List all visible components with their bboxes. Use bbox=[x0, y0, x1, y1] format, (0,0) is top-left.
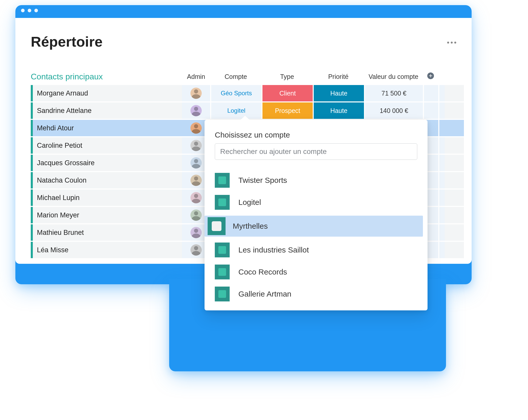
option-label: Les industries Saillot bbox=[238, 246, 309, 254]
type-pill: Client bbox=[262, 85, 313, 101]
window-controls bbox=[21, 9, 38, 12]
account-selector-popover: Choisissez un compte Twister SportsLogit… bbox=[205, 120, 428, 310]
admin-cell[interactable] bbox=[182, 85, 210, 101]
contact-name[interactable]: Mehdi Atour bbox=[33, 120, 182, 136]
option-label: Myrthelles bbox=[233, 222, 268, 230]
account-option[interactable]: Gallerie Artman bbox=[215, 285, 417, 303]
row-accent-bar bbox=[31, 190, 33, 206]
avatar bbox=[190, 105, 202, 116]
row-end bbox=[438, 120, 445, 136]
extra-cell bbox=[423, 102, 438, 119]
row-end bbox=[438, 224, 445, 241]
window-dot bbox=[21, 9, 25, 12]
priority-cell[interactable]: Haute bbox=[313, 85, 364, 101]
header-valeur[interactable]: Valeur du compte bbox=[364, 73, 423, 80]
header-compte[interactable]: Compte bbox=[210, 73, 261, 80]
header-prio[interactable]: Priorité bbox=[313, 73, 364, 80]
contact-name[interactable]: Jacques Grossaire bbox=[33, 155, 182, 171]
add-column-icon[interactable] bbox=[427, 72, 434, 79]
row-end bbox=[438, 137, 445, 154]
contact-name[interactable]: Sandrine Attelane bbox=[33, 102, 182, 119]
row-accent-bar bbox=[31, 102, 33, 119]
contact-name[interactable]: Mathieu Brunet bbox=[33, 224, 182, 241]
row-accent-bar bbox=[31, 224, 33, 241]
checkbox-inner bbox=[218, 198, 226, 206]
column-headers: Contacts principaux Admin Compte Type Pr… bbox=[31, 69, 464, 84]
header-type[interactable]: Type bbox=[261, 73, 313, 80]
option-label: Logitel bbox=[238, 198, 261, 207]
type-cell[interactable]: Prospect bbox=[261, 102, 313, 119]
avatar bbox=[190, 244, 202, 256]
account-option[interactable]: Les industries Saillot bbox=[215, 241, 417, 259]
type-cell[interactable]: Client bbox=[261, 85, 313, 101]
option-checkbox[interactable] bbox=[208, 217, 226, 235]
account-search-input[interactable] bbox=[215, 143, 417, 160]
row-end bbox=[438, 190, 445, 206]
row-accent-bar bbox=[31, 120, 33, 136]
contact-name[interactable]: Marion Meyer bbox=[33, 207, 182, 223]
contact-name[interactable]: Natacha Coulon bbox=[33, 172, 182, 188]
extra-cell bbox=[423, 85, 438, 101]
avatar bbox=[190, 209, 202, 221]
checkbox-inner bbox=[218, 176, 226, 184]
option-label: Twister Sports bbox=[238, 176, 287, 185]
priority-pill: Haute bbox=[314, 85, 364, 101]
account-option[interactable]: Coco Records bbox=[215, 263, 417, 281]
admin-cell[interactable] bbox=[182, 102, 210, 119]
row-end bbox=[438, 242, 445, 258]
contact-name[interactable]: Léa Misse bbox=[33, 242, 182, 258]
option-checkbox[interactable] bbox=[215, 265, 230, 279]
section-title: Contacts principaux bbox=[31, 72, 103, 81]
avatar bbox=[190, 140, 202, 151]
checkbox-inner bbox=[218, 268, 226, 276]
avatar bbox=[190, 157, 202, 169]
option-checkbox[interactable] bbox=[215, 173, 230, 188]
avatar bbox=[190, 192, 202, 203]
row-end bbox=[438, 155, 445, 171]
contact-name[interactable]: Morgane Arnaud bbox=[33, 85, 182, 101]
contact-name[interactable]: Michael Lupin bbox=[33, 190, 182, 206]
contact-name[interactable]: Caroline Petiot bbox=[33, 137, 182, 154]
avatar bbox=[190, 88, 202, 99]
window-dot bbox=[34, 9, 38, 12]
table-row[interactable]: Morgane ArnaudGéo SportsClientHaute71 50… bbox=[31, 85, 464, 101]
account-option[interactable]: Logitel bbox=[215, 194, 417, 211]
compte-cell[interactable]: Logitel bbox=[210, 102, 261, 119]
row-end bbox=[438, 85, 445, 101]
row-accent-bar bbox=[31, 172, 33, 188]
avatar bbox=[190, 175, 202, 186]
row-end bbox=[438, 102, 445, 119]
row-accent-bar bbox=[31, 85, 33, 101]
value-cell[interactable]: 140 000 € bbox=[364, 102, 423, 119]
account-option[interactable]: Twister Sports bbox=[215, 172, 417, 189]
compte-cell[interactable]: Géo Sports bbox=[210, 85, 261, 101]
value-cell[interactable]: 71 500 € bbox=[364, 85, 423, 101]
page-title: Répertoire bbox=[31, 33, 103, 50]
option-checkbox[interactable] bbox=[215, 287, 230, 301]
row-accent-bar bbox=[31, 155, 33, 171]
popover-title: Choisissez un compte bbox=[215, 131, 417, 139]
checkbox-inner bbox=[212, 221, 221, 231]
account-option-list: Twister SportsLogitelMyrthellesLes indus… bbox=[215, 172, 417, 303]
row-accent-bar bbox=[31, 207, 33, 223]
option-checkbox[interactable] bbox=[215, 195, 230, 210]
more-menu-icon[interactable]: ••• bbox=[447, 38, 458, 47]
row-accent-bar bbox=[31, 137, 33, 154]
avatar bbox=[190, 227, 202, 238]
checkbox-inner bbox=[218, 290, 226, 298]
header-admin[interactable]: Admin bbox=[182, 73, 210, 80]
checkbox-inner bbox=[218, 246, 226, 254]
option-checkbox[interactable] bbox=[215, 243, 230, 257]
row-accent-bar bbox=[31, 242, 33, 258]
priority-pill: Haute bbox=[314, 102, 364, 119]
option-label: Coco Records bbox=[238, 268, 287, 276]
type-pill: Prospect bbox=[262, 102, 313, 119]
row-end bbox=[438, 207, 445, 223]
account-option[interactable]: Myrthelles bbox=[205, 216, 423, 237]
priority-cell[interactable]: Haute bbox=[313, 102, 364, 119]
row-end bbox=[438, 172, 445, 188]
window-dot bbox=[28, 9, 31, 12]
option-label: Gallerie Artman bbox=[238, 290, 291, 298]
avatar bbox=[190, 122, 202, 134]
